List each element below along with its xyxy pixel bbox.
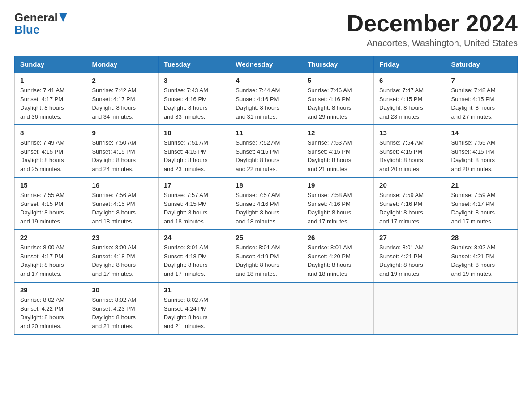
page-header: General Blue December 2024 Anacortes, Wa… [14, 11, 518, 48]
calendar-week-2: 8 Sunrise: 7:49 AM Sunset: 4:15 PM Dayli… [15, 125, 518, 177]
day-info: Sunrise: 8:02 AM Sunset: 4:23 PM Dayligh… [92, 296, 136, 330]
day-number: 12 [308, 129, 368, 137]
calendar-cell: 7 Sunrise: 7:48 AM Sunset: 4:15 PM Dayli… [446, 73, 517, 125]
day-info: Sunrise: 7:49 AM Sunset: 4:15 PM Dayligh… [20, 139, 64, 172]
calendar-cell: 24 Sunrise: 8:01 AM Sunset: 4:18 PM Dayl… [158, 230, 230, 282]
calendar-cell: 15 Sunrise: 7:55 AM Sunset: 4:15 PM Dayl… [15, 177, 86, 230]
calendar-cell: 25 Sunrise: 8:01 AM Sunset: 4:19 PM Dayl… [230, 230, 302, 282]
calendar-week-5: 29 Sunrise: 8:02 AM Sunset: 4:22 PM Dayl… [15, 282, 518, 334]
calendar-cell: 6 Sunrise: 7:47 AM Sunset: 4:15 PM Dayli… [374, 73, 446, 125]
calendar-cell: 22 Sunrise: 8:00 AM Sunset: 4:17 PM Dayl… [15, 230, 86, 282]
day-number: 17 [164, 181, 224, 189]
calendar-cell: 26 Sunrise: 8:01 AM Sunset: 4:20 PM Dayl… [302, 230, 373, 282]
calendar-cell [446, 282, 517, 334]
main-title: December 2024 [347, 11, 518, 36]
logo-blue-text: Blue [14, 23, 39, 37]
day-info: Sunrise: 8:02 AM Sunset: 4:22 PM Dayligh… [20, 296, 64, 330]
day-number: 24 [164, 234, 224, 241]
calendar-cell: 19 Sunrise: 7:58 AM Sunset: 4:16 PM Dayl… [302, 177, 373, 230]
calendar-cell: 18 Sunrise: 7:57 AM Sunset: 4:16 PM Dayl… [230, 177, 302, 230]
day-info: Sunrise: 7:50 AM Sunset: 4:15 PM Dayligh… [92, 139, 136, 172]
day-info: Sunrise: 7:54 AM Sunset: 4:15 PM Dayligh… [379, 139, 424, 172]
day-info: Sunrise: 7:47 AM Sunset: 4:15 PM Dayligh… [379, 87, 424, 120]
day-info: Sunrise: 7:55 AM Sunset: 4:15 PM Dayligh… [20, 192, 64, 225]
day-number: 30 [92, 286, 152, 294]
calendar-week-3: 15 Sunrise: 7:55 AM Sunset: 4:15 PM Dayl… [15, 177, 518, 230]
day-info: Sunrise: 7:58 AM Sunset: 4:16 PM Dayligh… [308, 192, 352, 225]
day-number: 5 [308, 77, 368, 84]
day-info: Sunrise: 7:59 AM Sunset: 4:16 PM Dayligh… [379, 192, 424, 225]
day-info: Sunrise: 8:02 AM Sunset: 4:24 PM Dayligh… [164, 296, 208, 330]
title-block: December 2024 Anacortes, Washington, Uni… [347, 11, 518, 48]
day-number: 14 [451, 129, 512, 137]
calendar-cell: 2 Sunrise: 7:42 AM Sunset: 4:17 PM Dayli… [86, 73, 158, 125]
day-info: Sunrise: 7:44 AM Sunset: 4:16 PM Dayligh… [236, 87, 280, 120]
day-number: 27 [379, 234, 440, 241]
day-number: 13 [379, 129, 440, 137]
day-header-friday: Friday [374, 56, 446, 73]
calendar-cell: 27 Sunrise: 8:01 AM Sunset: 4:21 PM Dayl… [374, 230, 446, 282]
day-info: Sunrise: 7:57 AM Sunset: 4:15 PM Dayligh… [164, 192, 208, 225]
day-info: Sunrise: 7:48 AM Sunset: 4:15 PM Dayligh… [451, 87, 496, 120]
day-header-thursday: Thursday [302, 56, 373, 73]
calendar-cell [302, 282, 373, 334]
day-number: 29 [20, 286, 81, 294]
day-number: 1 [20, 77, 81, 84]
calendar-cell: 8 Sunrise: 7:49 AM Sunset: 4:15 PM Dayli… [15, 125, 86, 177]
subtitle: Anacortes, Washington, United States [347, 38, 518, 48]
calendar-cell: 10 Sunrise: 7:51 AM Sunset: 4:15 PM Dayl… [158, 125, 230, 177]
day-header-wednesday: Wednesday [230, 56, 302, 73]
calendar-cell: 16 Sunrise: 7:56 AM Sunset: 4:15 PM Dayl… [86, 177, 158, 230]
day-number: 10 [164, 129, 224, 137]
day-info: Sunrise: 7:51 AM Sunset: 4:15 PM Dayligh… [164, 139, 208, 172]
day-number: 28 [451, 234, 512, 241]
day-info: Sunrise: 7:56 AM Sunset: 4:15 PM Dayligh… [92, 192, 136, 225]
day-number: 21 [451, 181, 512, 189]
day-number: 26 [308, 234, 368, 241]
calendar-cell: 20 Sunrise: 7:59 AM Sunset: 4:16 PM Dayl… [374, 177, 446, 230]
calendar-cell: 28 Sunrise: 8:02 AM Sunset: 4:21 PM Dayl… [446, 230, 517, 282]
calendar-week-1: 1 Sunrise: 7:41 AM Sunset: 4:17 PM Dayli… [15, 73, 518, 125]
day-number: 19 [308, 181, 368, 189]
day-number: 31 [164, 286, 224, 294]
day-info: Sunrise: 8:01 AM Sunset: 4:18 PM Dayligh… [164, 244, 208, 277]
day-number: 8 [20, 129, 81, 137]
day-header-monday: Monday [86, 56, 158, 73]
day-number: 18 [236, 181, 296, 189]
calendar-cell: 3 Sunrise: 7:43 AM Sunset: 4:16 PM Dayli… [158, 73, 230, 125]
day-number: 20 [379, 181, 440, 189]
day-info: Sunrise: 7:43 AM Sunset: 4:16 PM Dayligh… [164, 87, 208, 120]
svg-marker-0 [59, 13, 67, 22]
calendar-cell: 5 Sunrise: 7:46 AM Sunset: 4:16 PM Dayli… [302, 73, 373, 125]
logo: General Blue [14, 11, 67, 37]
day-number: 25 [236, 234, 296, 241]
day-number: 9 [92, 129, 152, 137]
day-number: 4 [236, 77, 296, 84]
calendar-header-row: SundayMondayTuesdayWednesdayThursdayFrid… [15, 56, 518, 73]
day-number: 22 [20, 234, 81, 241]
day-info: Sunrise: 7:52 AM Sunset: 4:15 PM Dayligh… [236, 139, 280, 172]
day-info: Sunrise: 7:57 AM Sunset: 4:16 PM Dayligh… [236, 192, 280, 225]
calendar-cell [374, 282, 446, 334]
calendar-week-4: 22 Sunrise: 8:00 AM Sunset: 4:17 PM Dayl… [15, 230, 518, 282]
day-number: 11 [236, 129, 296, 137]
day-info: Sunrise: 7:41 AM Sunset: 4:17 PM Dayligh… [20, 87, 64, 120]
day-number: 16 [92, 181, 152, 189]
calendar-table: SundayMondayTuesdayWednesdayThursdayFrid… [14, 56, 518, 335]
calendar-cell: 31 Sunrise: 8:02 AM Sunset: 4:24 PM Dayl… [158, 282, 230, 334]
day-header-saturday: Saturday [446, 56, 517, 73]
day-number: 7 [451, 77, 512, 84]
day-info: Sunrise: 8:01 AM Sunset: 4:21 PM Dayligh… [379, 244, 424, 277]
calendar-cell: 12 Sunrise: 7:53 AM Sunset: 4:15 PM Dayl… [302, 125, 373, 177]
calendar-cell: 23 Sunrise: 8:00 AM Sunset: 4:18 PM Dayl… [86, 230, 158, 282]
day-number: 6 [379, 77, 440, 84]
day-info: Sunrise: 8:02 AM Sunset: 4:21 PM Dayligh… [451, 244, 496, 277]
day-info: Sunrise: 8:01 AM Sunset: 4:20 PM Dayligh… [308, 244, 352, 277]
day-number: 15 [20, 181, 81, 189]
calendar-cell: 4 Sunrise: 7:44 AM Sunset: 4:16 PM Dayli… [230, 73, 302, 125]
calendar-cell: 9 Sunrise: 7:50 AM Sunset: 4:15 PM Dayli… [86, 125, 158, 177]
calendar-cell: 21 Sunrise: 7:59 AM Sunset: 4:17 PM Dayl… [446, 177, 517, 230]
day-info: Sunrise: 8:00 AM Sunset: 4:17 PM Dayligh… [20, 244, 64, 277]
day-number: 23 [92, 234, 152, 241]
day-number: 2 [92, 77, 152, 84]
